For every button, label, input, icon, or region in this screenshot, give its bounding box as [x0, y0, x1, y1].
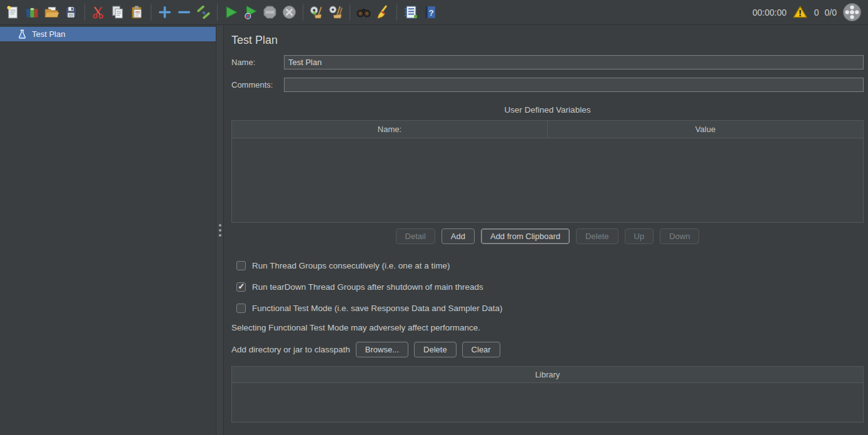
test-plan-tree[interactable]: Test Plan [0, 25, 216, 435]
copy-button[interactable] [108, 3, 128, 22]
svg-text:?: ? [428, 8, 433, 18]
library-column-header: Library [232, 367, 863, 383]
name-input[interactable] [284, 55, 864, 69]
comments-label: Comments: [231, 80, 284, 90]
classpath-label: Add directory or jar to classpath [231, 345, 350, 354]
toolbar-separator [84, 4, 85, 21]
copy-icon [110, 4, 126, 20]
run-teardown-label: Run tearDown Thread Groups after shutdow… [252, 282, 483, 292]
page-title: Test Plan [231, 34, 864, 47]
udv-buttons-row: Detail Add Add from Clipboard Delete Up … [231, 228, 864, 244]
clear-button[interactable] [307, 3, 326, 22]
function-helper-button[interactable] [401, 3, 420, 22]
run-consecutively-option[interactable]: Run Thread Groups consecutively (i.e. on… [236, 261, 864, 270]
open-button[interactable] [42, 3, 61, 22]
start-button[interactable] [221, 3, 241, 22]
stop-button[interactable] [260, 3, 280, 22]
app-body: Test Plan Test Plan Name: Comments: User… [0, 25, 868, 435]
wheel-icon [842, 3, 862, 22]
paste-icon [129, 4, 145, 20]
search-reset-button[interactable] [373, 3, 393, 22]
help-icon: ? [422, 4, 438, 20]
shutdown-button[interactable] [280, 3, 299, 22]
run-teardown-checkbox[interactable] [236, 282, 246, 292]
functional-mode-label: Functional Test Mode (i.e. save Response… [252, 304, 502, 313]
delete-classpath-button[interactable]: Delete [414, 342, 457, 357]
cut-icon [91, 4, 106, 20]
tree-item-test-plan[interactable]: Test Plan [0, 27, 216, 41]
toolbar: ? 00:00:00 0 0/0 [0, 0, 868, 25]
templates-icon [24, 4, 40, 20]
functional-mode-option[interactable]: Functional Test Mode (i.e. save Response… [236, 304, 864, 313]
toolbar-status-area: 00:00:00 0 0/0 [752, 3, 862, 22]
name-row: Name: [231, 55, 864, 69]
udv-table[interactable]: Name: Value [231, 120, 864, 223]
shutdown-icon [281, 4, 297, 20]
run-teardown-option[interactable]: Run tearDown Thread Groups after shutdow… [236, 282, 864, 292]
detail-button[interactable]: Detail [396, 228, 435, 244]
clear-icon [309, 4, 325, 20]
jmeter-window: ? 00:00:00 0 0/0 Test Plan Test Plan Nam… [0, 0, 868, 435]
toggle-button[interactable] [194, 3, 213, 22]
toolbar-separator [396, 4, 397, 21]
add-from-clipboard-button[interactable]: Add from Clipboard [481, 228, 570, 244]
udv-title: User Defined Variables [231, 105, 864, 115]
start-no-timers-button[interactable] [241, 3, 260, 22]
clear-all-icon [328, 4, 344, 20]
templates-button[interactable] [23, 3, 42, 22]
run-consecutively-checkbox[interactable] [236, 261, 246, 270]
expand-all-icon [157, 4, 173, 20]
expand-all-button[interactable] [155, 3, 174, 22]
toolbar-separator [303, 4, 303, 21]
search-icon [356, 4, 371, 20]
udv-table-header: Name: Value [232, 121, 863, 138]
elapsed-timer: 00:00:00 [752, 8, 787, 18]
add-button[interactable]: Add [442, 228, 475, 244]
name-label: Name: [231, 58, 284, 67]
warning-icon [792, 4, 808, 20]
classpath-row: Add directory or jar to classpath Browse… [231, 342, 864, 357]
up-button[interactable]: Up [625, 228, 654, 244]
toggle-icon [196, 4, 211, 20]
toolbar-separator [217, 4, 218, 21]
library-table-body[interactable] [232, 383, 863, 422]
udv-column-value: Value [548, 121, 863, 138]
test-plan-editor: Test Plan Name: Comments: User Defined V… [224, 25, 868, 435]
toolbar-separator [350, 4, 350, 21]
new-icon [5, 4, 21, 20]
splitter-grip-icon[interactable] [219, 224, 221, 237]
tree-splitter[interactable] [216, 25, 224, 435]
search-button[interactable] [354, 3, 373, 22]
log-errors-button[interactable] [792, 4, 809, 21]
functional-mode-note: Selecting Functional Test Mode may adver… [231, 323, 864, 332]
new-button[interactable] [3, 3, 23, 22]
toolbar-separator [151, 4, 151, 21]
comments-row: Comments: [231, 78, 864, 92]
udv-column-name: Name: [232, 121, 548, 138]
open-icon [44, 4, 59, 20]
paste-button[interactable] [128, 3, 147, 22]
comments-input[interactable] [284, 78, 864, 92]
delete-variable-button[interactable]: Delete [576, 228, 618, 244]
functional-mode-checkbox[interactable] [236, 304, 246, 313]
error-count: 0 [814, 8, 819, 18]
search-reset-icon [375, 4, 391, 20]
clear-all-button[interactable] [326, 3, 346, 22]
down-button[interactable]: Down [660, 228, 699, 244]
library-table[interactable]: Library [231, 366, 864, 422]
thread-count: 0/0 [825, 8, 837, 18]
cut-button[interactable] [89, 3, 108, 22]
start-icon [223, 4, 239, 20]
run-consecutively-label: Run Thread Groups consecutively (i.e. on… [252, 261, 450, 270]
test-plan-icon [18, 29, 27, 39]
save-icon [63, 4, 79, 20]
collapse-all-icon [176, 4, 192, 20]
browse-button[interactable]: Browse... [356, 342, 408, 357]
collapse-all-button[interactable] [174, 3, 194, 22]
stop-icon [262, 4, 278, 20]
help-button[interactable]: ? [420, 3, 440, 22]
function-helper-icon [403, 4, 418, 20]
clear-classpath-button[interactable]: Clear [462, 342, 500, 357]
save-button[interactable] [61, 3, 81, 22]
tree-item-label: Test Plan [32, 29, 65, 39]
